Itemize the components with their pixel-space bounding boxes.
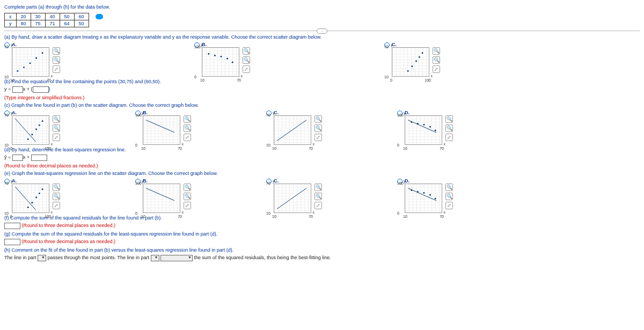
zoom-in-icon[interactable]: 🔍 [314, 115, 322, 123]
popout-icon[interactable]: ⤢ [243, 65, 250, 73]
tick: 100 [135, 181, 142, 185]
zoom-in-icon[interactable]: 🔍 [53, 115, 60, 123]
tick: 70 [178, 215, 182, 218]
popout-icon[interactable]: ⤢ [53, 65, 60, 73]
answer-input[interactable] [4, 223, 20, 229]
zoom-in-icon[interactable]: 🔍 [445, 184, 453, 191]
thumbnail-b: yx 10001070 [143, 115, 180, 145]
zoom-in-icon[interactable]: 🔍 [445, 115, 453, 123]
popout-icon[interactable]: ⤢ [445, 134, 453, 141]
svg-point-16 [27, 138, 29, 140]
tick: 100 [45, 215, 51, 218]
svg-point-30 [27, 207, 29, 208]
tick: 70 [266, 113, 270, 117]
text: the sum of the squared residuals, thus b… [193, 255, 331, 260]
zoom-out-icon[interactable]: 🔍 [314, 193, 322, 200]
intercept-input[interactable] [33, 86, 49, 93]
popout-icon[interactable]: ⤢ [314, 202, 322, 209]
x-axis-label: x [51, 74, 53, 78]
zoom-in-icon[interactable]: 🔍 [53, 47, 60, 55]
dropdown-2[interactable] [151, 255, 159, 261]
zoom-in-icon[interactable]: 🔍 [433, 47, 440, 55]
svg-point-10 [407, 70, 409, 72]
x-axis-label: x [313, 210, 315, 214]
popout-icon[interactable]: ⤢ [184, 134, 191, 141]
svg-point-34 [42, 188, 43, 190]
choice-c[interactable]: C. y x 70 10 0 100 🔍 🔍 ⤢ [384, 42, 440, 77]
part-b-hint: (Type integers or simplified fractions.) [4, 95, 640, 100]
popout-icon[interactable]: ⤢ [314, 134, 322, 141]
thumbnail-c: yx 70101070 [274, 115, 311, 145]
svg-point-3 [35, 57, 37, 59]
choice-c[interactable]: C. yx 70101070 🔍🔍⤢ [266, 110, 322, 145]
zoom-in-icon[interactable]: 🔍 [53, 184, 60, 191]
cell: 20 [16, 13, 31, 20]
collapse-icon[interactable]: ··· [317, 28, 327, 34]
tick: 0 [397, 211, 399, 215]
tick: 70 [309, 215, 313, 218]
zoom-in-icon[interactable]: 🔍 [314, 184, 322, 191]
svg-point-14 [422, 52, 423, 54]
thumbnail-a: yx 70100100 [12, 184, 49, 213]
intercept-input[interactable] [31, 155, 47, 161]
popout-icon[interactable]: ⤢ [184, 202, 191, 209]
svg-point-11 [411, 65, 413, 67]
zoom-out-icon[interactable]: 🔍 [184, 124, 191, 132]
x-axis-label: x [51, 142, 53, 146]
popout-icon[interactable]: ⤢ [445, 202, 453, 209]
part-e-choices: A. yx 70100100 🔍🔍⤢ B. yx 10001070 🔍🔍⤢ C.… [4, 178, 640, 213]
tick: 70 [4, 181, 9, 185]
popout-icon[interactable]: ⤢ [53, 202, 60, 209]
part-a-choices: A. y x 70 10 10 70 🔍 🔍 ⤢ [4, 42, 640, 77]
choice-b[interactable]: B. yx 10001070 🔍🔍⤢ [135, 178, 191, 213]
part-c-prompt: (c) Graph the line found in part (b) on … [4, 102, 640, 108]
choice-d[interactable]: D. yx 10001070 🔍🔍⤢ [397, 178, 453, 213]
popout-icon[interactable]: ⤢ [53, 134, 60, 141]
svg-point-38 [411, 189, 412, 191]
slope-input[interactable] [12, 86, 23, 93]
choice-b[interactable]: B. y x 100 0 10 70 🔍 🔍 ⤢ [194, 42, 250, 77]
choice-a[interactable]: A. yx 70100100 🔍🔍⤢ [4, 110, 60, 145]
cell: 75 [31, 20, 45, 27]
answer-input[interactable] [4, 239, 20, 245]
thumbnail-c: y x 70 10 0 100 [392, 47, 429, 77]
zoom-out-icon[interactable]: 🔍 [53, 124, 60, 132]
x-axis-label: x [182, 142, 184, 146]
copy-icon[interactable] [96, 14, 103, 19]
choice-a[interactable]: A. y x 70 10 10 70 🔍 🔍 ⤢ [4, 42, 60, 77]
svg-point-20 [42, 120, 43, 122]
cell: 80 [16, 20, 31, 27]
header-prompt: Complete parts (a) through (h) for the d… [4, 4, 640, 10]
zoom-in-icon[interactable]: 🔍 [243, 47, 250, 55]
svg-point-1 [23, 67, 25, 68]
y-axis-label: y [11, 111, 13, 115]
dropdown-3[interactable] [160, 255, 193, 261]
zoom-out-icon[interactable]: 🔍 [184, 193, 191, 200]
cell: 60 [74, 13, 89, 20]
popout-icon[interactable]: ⤢ [433, 65, 440, 73]
choice-b[interactable]: B. yx 10001070 🔍🔍⤢ [135, 110, 191, 145]
zoom-out-icon[interactable]: 🔍 [445, 124, 453, 132]
hint: (Round to three decimal places as needed… [22, 239, 116, 244]
zoom-out-icon[interactable]: 🔍 [53, 56, 60, 64]
zoom-out-icon[interactable]: 🔍 [53, 193, 60, 200]
tick: 0 [390, 78, 392, 82]
zoom-out-icon[interactable]: 🔍 [445, 193, 453, 200]
choice-a[interactable]: A. yx 70100100 🔍🔍⤢ [4, 178, 60, 213]
zoom-in-icon[interactable]: 🔍 [184, 184, 191, 191]
choice-d[interactable]: D. yx 10001070 🔍🔍⤢ [397, 110, 453, 145]
zoom-in-icon[interactable]: 🔍 [184, 115, 191, 123]
zoom-out-icon[interactable]: 🔍 [433, 56, 440, 64]
zoom-out-icon[interactable]: 🔍 [243, 56, 250, 64]
tick: 70 [440, 146, 444, 150]
slope-input[interactable] [12, 155, 23, 161]
svg-point-6 [214, 55, 216, 56]
part-d-equation: ŷ = x + [4, 155, 640, 161]
zoom-out-icon[interactable]: 🔍 [314, 124, 322, 132]
choice-c[interactable]: C. yx 70101070 🔍🔍⤢ [266, 178, 322, 213]
tick: 100 [135, 113, 142, 117]
svg-point-39 [417, 191, 419, 193]
tick: 100 [425, 78, 431, 82]
svg-point-12 [415, 61, 417, 62]
dropdown-1[interactable] [38, 255, 46, 261]
